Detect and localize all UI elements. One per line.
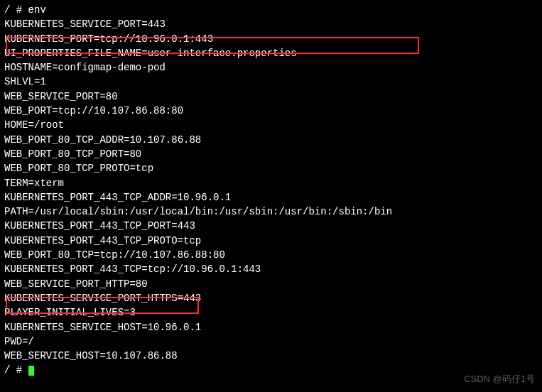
- env-line: WEB_PORT_80_TCP_ADDR=10.107.86.88: [4, 133, 538, 147]
- env-line: KUBERNETES_PORT_443_TCP_PROTO=tcp: [4, 234, 538, 248]
- env-line: KUBERNETES_SERVICE_PORT_HTTPS=443: [4, 291, 538, 305]
- watermark-label: CSDN @码仔1号: [464, 373, 535, 386]
- env-line: KUBERNETES_PORT_443_TCP_PORT=443: [4, 219, 538, 233]
- env-line: WEB_SERVICE_HOST=10.107.86.88: [4, 349, 538, 363]
- shell-prompt: / # env: [4, 3, 538, 17]
- env-line: PLAYER_INITIAL_LIVES=3: [4, 305, 538, 320]
- env-line: WEB_SERVICE_PORT_HTTP=80: [4, 277, 538, 291]
- env-line: WEB_PORT_80_TCP_PROTO=tcp: [4, 161, 538, 175]
- env-line: PWD=/: [4, 334, 538, 349]
- env-line: KUBERNETES_PORT=tcp://10.96.0.1:443: [4, 32, 538, 46]
- cursor-icon: [28, 366, 34, 376]
- env-line: HOSTNAME=configmap-demo-pod: [4, 60, 538, 75]
- shell-prompt[interactable]: / #: [4, 363, 538, 377]
- env-line: WEB_PORT_80_TCP=tcp://10.107.86.88:80: [4, 248, 538, 262]
- env-line: WEB_SERVICE_PORT=80: [4, 89, 538, 104]
- env-line: TERM=xterm: [4, 176, 538, 190]
- env-line: UI_PROPERTIES_FILE_NAME=user-interface.p…: [4, 46, 538, 60]
- env-line: SHLVL=1: [4, 75, 538, 89]
- env-line: KUBERNETES_SERVICE_PORT=443: [4, 17, 538, 31]
- env-line: KUBERNETES_PORT_443_TCP=tcp://10.96.0.1:…: [4, 262, 538, 276]
- env-line: KUBERNETES_PORT_443_TCP_ADDR=10.96.0.1: [4, 190, 538, 205]
- env-line: KUBERNETES_SERVICE_HOST=10.96.0.1: [4, 320, 538, 334]
- env-line: HOME=/root: [4, 118, 538, 132]
- terminal-output[interactable]: / # env KUBERNETES_SERVICE_PORT=443 KUBE…: [4, 3, 538, 378]
- env-line: PATH=/usr/local/sbin:/usr/local/bin:/usr…: [4, 205, 538, 219]
- env-line: WEB_PORT_80_TCP_PORT=80: [4, 147, 538, 161]
- env-line: WEB_PORT=tcp://10.107.86.88:80: [4, 104, 538, 118]
